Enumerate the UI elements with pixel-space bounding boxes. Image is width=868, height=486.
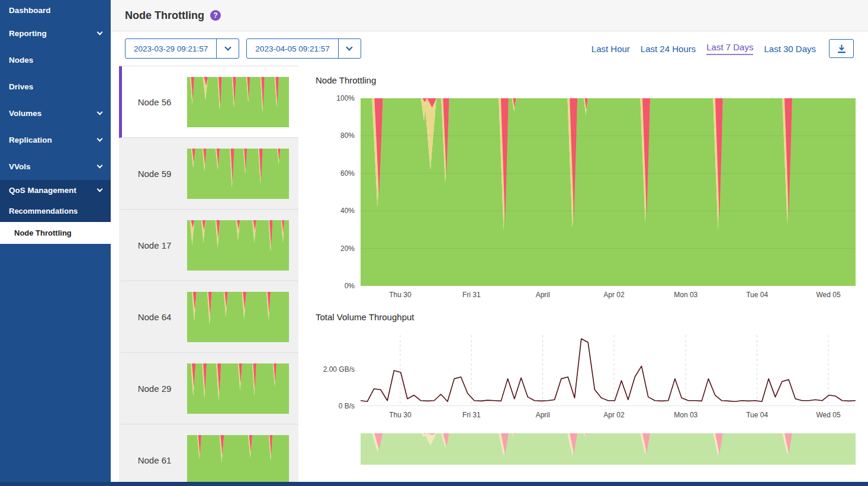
range-link-last-7-days[interactable]: Last 7 Days — [706, 42, 753, 55]
throttle-xtick: Mon 03 — [674, 291, 697, 299]
node-name: Node 61 — [122, 455, 187, 465]
range-link-last-30-days[interactable]: Last 30 Days — [764, 44, 816, 54]
throttle-x-axis: Thu 30Fri 31AprilApr 02Mon 03Tue 04Wed 0… — [361, 289, 856, 301]
throughput-xtick: Tue 04 — [746, 411, 768, 419]
chevron-down-icon — [97, 163, 103, 169]
node-list-item-node-64[interactable]: Node 64 — [119, 281, 298, 353]
node-name: Node 59 — [122, 169, 187, 179]
throughput-ytick: 2.00 GB/s — [323, 365, 355, 374]
node-list-item-node-29[interactable]: Node 29 — [119, 353, 298, 424]
sidebar-subitem-recommendations[interactable]: Recommendations — [0, 200, 111, 222]
throttle-ytick: 40% — [340, 207, 355, 215]
date-from-value[interactable]: 2023-03-29 09:21:57 — [126, 44, 216, 53]
throttle-chart-title: Node Throttling — [316, 75, 856, 85]
overview-brush[interactable] — [361, 433, 856, 465]
date-to-chevron-button[interactable] — [338, 39, 361, 58]
sidebar-item-label: Nodes — [9, 56, 33, 65]
node-throttling-chart[interactable] — [361, 98, 856, 286]
node-name: Node 56 — [122, 97, 187, 107]
throughput-xtick: Wed 05 — [816, 411, 840, 419]
node-list-item-node-17[interactable]: Node 17 — [119, 210, 298, 281]
chevron-down-icon — [224, 44, 231, 50]
throughput-ytick: 0 B/s — [339, 402, 355, 410]
sidebar-item-label: QoS Management — [9, 186, 76, 195]
sidebar-item-nodes[interactable]: Nodes — [0, 47, 111, 73]
throughput-chart-title: Total Volume Throughput — [316, 312, 856, 322]
sidebar-item-dashboard[interactable]: Dashboard — [0, 0, 111, 20]
node-sparkline — [187, 435, 289, 485]
throttle-ytick: 0% — [345, 282, 355, 290]
sidebar-item-replication[interactable]: Replication — [0, 127, 111, 153]
node-sparkline — [187, 220, 289, 271]
throttle-ytick: 80% — [340, 131, 355, 140]
range-link-last-24-hours[interactable]: Last 24 Hours — [641, 44, 696, 54]
content-area: Node 56Node 59Node 17Node 64Node 29Node … — [111, 66, 868, 486]
sidebar-item-drives[interactable]: Drives — [0, 73, 111, 100]
chevron-down-icon — [97, 186, 103, 192]
app-root: DashboardReportingNodesDrivesVolumesRepl… — [0, 0, 868, 486]
page-title: Node Throttling — [125, 9, 204, 22]
chevron-down-icon — [97, 136, 103, 142]
sidebar-item-label: Reporting — [9, 29, 47, 38]
sidebar-item-label: Drives — [9, 82, 33, 91]
sidebar-item-label: Replication — [9, 136, 52, 144]
download-button[interactable] — [829, 39, 854, 58]
throttle-xtick: April — [536, 291, 550, 299]
throttle-ytick: 60% — [340, 169, 355, 178]
throughput-chart-area: 2.00 GB/s0 B/s — [361, 335, 856, 406]
throttle-ytick: 100% — [336, 94, 355, 102]
sidebar-item-label: Volumes — [9, 109, 41, 118]
quick-range-links: Last HourLast 24 HoursLast 7 DaysLast 30… — [581, 42, 816, 55]
throughput-xtick: Fri 31 — [462, 411, 481, 419]
throughput-xtick: Mon 03 — [674, 411, 697, 419]
node-name: Node 29 — [122, 384, 187, 394]
throughput-xtick: April — [536, 411, 550, 419]
charts-panel: Node Throttling 100%80%60%40%20%0% Thu 3… — [298, 66, 868, 486]
help-icon[interactable]: ? — [210, 10, 221, 21]
range-link-last-hour[interactable]: Last Hour — [591, 44, 630, 54]
overview-brush-chart[interactable] — [361, 433, 856, 465]
sidebar-nav: DashboardReportingNodesDrivesVolumesRepl… — [0, 0, 111, 244]
node-list-item-node-59[interactable]: Node 59 — [119, 138, 298, 210]
node-name: Node 64 — [122, 312, 187, 322]
node-sparkline — [187, 363, 289, 414]
main-panel: Node Throttling ? 2023-03-29 09:21:57 20… — [111, 0, 868, 486]
throttle-xtick: Wed 05 — [816, 291, 840, 299]
sidebar-item-vvols[interactable]: VVols — [0, 153, 111, 180]
throughput-x-axis: Thu 30Fri 31AprilApr 02Mon 03Tue 04Wed 0… — [361, 410, 856, 421]
node-list: Node 56Node 59Node 17Node 64Node 29Node … — [119, 66, 298, 486]
throttle-ytick: 20% — [340, 244, 355, 253]
throughput-xtick: Thu 30 — [389, 411, 411, 419]
date-from-control[interactable]: 2023-03-29 09:21:57 — [125, 38, 239, 59]
sidebar-item-label: VVols — [9, 162, 31, 171]
download-icon — [837, 44, 847, 54]
node-name: Node 17 — [122, 240, 187, 250]
sidebar-item-reporting[interactable]: Reporting — [0, 20, 111, 47]
chevron-down-icon — [97, 110, 103, 115]
sidebar: DashboardReportingNodesDrivesVolumesRepl… — [0, 0, 111, 486]
throttle-xtick: Thu 30 — [389, 291, 411, 299]
node-sparkline — [187, 149, 289, 199]
qos-management-group: QoS ManagementRecommendationsNode Thrott… — [0, 180, 111, 244]
node-sparkline — [187, 77, 289, 127]
footer-bar — [0, 482, 868, 486]
toolbar: 2023-03-29 09:21:57 2023-04-05 09:21:57 … — [111, 31, 868, 66]
node-list-item-node-56[interactable]: Node 56 — [119, 66, 298, 138]
throttle-chart-area: 100%80%60%40%20%0% — [361, 98, 856, 286]
throttle-xtick: Tue 04 — [746, 291, 768, 299]
sidebar-item-label: Dashboard — [9, 6, 51, 15]
sidebar-item-qos-management[interactable]: QoS Management — [0, 180, 111, 200]
throttle-xtick: Apr 02 — [603, 291, 624, 299]
date-from-chevron-button[interactable] — [216, 39, 239, 58]
total-volume-throughput-chart[interactable] — [361, 335, 856, 406]
throttle-xtick: Fri 31 — [462, 291, 481, 299]
date-to-value[interactable]: 2023-04-05 09:21:57 — [247, 44, 337, 53]
node-list-item-node-61[interactable]: Node 61 — [119, 424, 298, 486]
sidebar-item-volumes[interactable]: Volumes — [0, 100, 111, 127]
throughput-xtick: Apr 02 — [603, 411, 624, 419]
chevron-down-icon — [97, 30, 103, 36]
date-to-control[interactable]: 2023-04-05 09:21:57 — [246, 38, 361, 59]
page-header: Node Throttling ? — [111, 0, 868, 31]
node-sparkline — [187, 292, 289, 342]
sidebar-subitem-node-throttling[interactable]: Node Throttling — [0, 222, 111, 244]
